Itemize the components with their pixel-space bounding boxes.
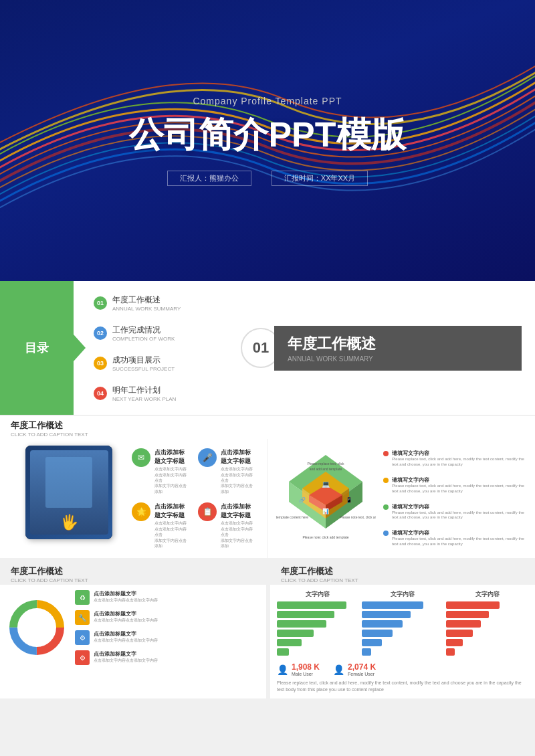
header-title-en: ANNUAL WORK SUMMARY [288, 355, 508, 363]
toc-en: ANNUAL WORK SUMMARY [112, 306, 181, 312]
pie-bar-items: ♻ 点击添加标题文字 点击添加文字内容点击添加文字内容 🔧 点击添加标题文字 点… [75, 590, 259, 665]
col-headers: 文字内容文字内容文字内容 [277, 590, 528, 599]
col-bars-area [277, 601, 528, 656]
col-bar [446, 639, 463, 646]
user-num: 2,074 K [348, 662, 376, 672]
col-bar [446, 611, 489, 618]
svg-text:and template content here: and template content here [276, 515, 308, 519]
pie-bar-title: 点击添加标题文字 [94, 650, 158, 658]
pie-bar-text: 点击添加标题文字 点击添加文字内容点击添加文字内容 [94, 650, 158, 664]
col-bar-group [277, 601, 359, 656]
icon-title: 点击添加标题文字标题 [154, 448, 190, 465]
user-num: 1,908 K [292, 662, 320, 672]
pie-chart [7, 597, 67, 658]
user-stat-content: 1,908 K Male User [292, 662, 320, 676]
toc-text-block: 明年工作计划 NEXT YEAR WORK PLAN [112, 385, 176, 402]
user-stats-area: 👤 1,908 K Male User 👤 2,074 K Female Use… [277, 662, 528, 676]
diamond-bullet [383, 478, 389, 483]
diamond-desc: Please replace text, click and add here,… [392, 510, 531, 521]
icons-grid: ✉ 点击添加标题文字标题 点击添加文字内容点击添加文字内容点击添加文字内容点击添… [126, 446, 262, 551]
icon-box: 🎤 [198, 448, 217, 467]
overview1-title-en: CLICK TO ADD CAPTION TEXT [11, 432, 524, 438]
diamond-desc: Please replace text, click and add here,… [392, 484, 531, 494]
lower-section: 年度工作概述 CLICK TO ADD CAPTION TEXT ♻ 点击 [0, 559, 535, 698]
pie-bar-title: 点击添加标题文字 [94, 590, 158, 597]
diamond-area: 💻 📱 🔗 📊 Please replace text, click and a… [272, 446, 379, 551]
col-bar [446, 630, 472, 637]
content-section: 🖐 ✉ 点击添加标题文字标题 点击添加文字内容点击添加文字内容点击添加文字内容点… [0, 439, 535, 558]
col-header: 文字内容 [446, 590, 528, 599]
diamond-list: 请填写文字内容 Please replace text, click and a… [379, 446, 531, 551]
diamond-title: 请填写文字内容 [392, 503, 531, 510]
svg-text:🔗: 🔗 [299, 496, 306, 503]
icon-cell: 🌟 点击添加标题文字标题 点击添加文字内容点击添加文字内容点击添加文字内容点击添… [129, 500, 193, 551]
hero-title: 公司简介PPT模版 [129, 112, 405, 159]
col-bar-group [362, 601, 444, 656]
toc-green-bar: 目录 [0, 281, 74, 415]
icon-box: ✉ [132, 448, 150, 467]
icon-cell: 📋 点击添加标题文字标题 点击添加文字内容点击添加文字内容点击添加文字内容点击添… [195, 500, 259, 551]
col-bar-group [446, 601, 528, 656]
toc-num: 02 [94, 326, 107, 340]
overview2-title-en: CLICK TO ADD CAPTION TEXT [11, 577, 255, 583]
diamond-svg: 💻 📱 🔗 📊 Please replace text, click and a… [276, 452, 376, 545]
overview1-title-row: 年度工作概述 CLICK TO ADD CAPTION TEXT [0, 415, 535, 439]
header-title-block: 年度工作概述 ANNUAL WORK SUMMARY [274, 326, 522, 371]
pie-bar-item: ⚙ 点击添加标题文字 点击添加文字内容点击添加文字内容 [75, 630, 259, 645]
icon-desc: 点击添加文字内容点击添加文字内容点击添加文字内容点击添加 [154, 521, 190, 549]
toc-item: 02 工作完成情况 COMPLETION OF WORK [94, 324, 221, 342]
toc-zh: 明年工作计划 [112, 385, 176, 396]
pie-bar-text: 点击添加标题文字 点击添加文字内容点击添加文字内容 [94, 630, 158, 644]
icon-desc: 点击添加文字内容点击添加文字内容点击添加文字内容点击添加 [221, 466, 256, 494]
icon-desc: 点击添加文字内容点击添加文字内容点击添加文字内容点击添加 [221, 521, 256, 549]
col-bar [362, 630, 393, 637]
diamond-list-item: 请填写文字内容 Please replace text, click and a… [383, 503, 531, 521]
pie-bar-icon: ⚙ [75, 650, 90, 665]
diamond-title: 请填写文字内容 [392, 529, 531, 537]
user-label: Female User [348, 672, 376, 676]
col-bar [446, 601, 500, 609]
diamond-desc: Please replace text, click and add here,… [392, 457, 531, 468]
icon-text: 点击添加标题文字标题 点击添加文字内容点击添加文字内容点击添加文字内容点击添加 [221, 448, 256, 494]
toc-en: NEXT YEAR WORK PLAN [112, 396, 176, 402]
pie-bar-title: 点击添加标题文字 [94, 610, 158, 618]
pie-bar-desc: 点击添加文字内容点击添加文字内容 [94, 638, 158, 644]
overview3-title-zh: 年度工作概述 [281, 566, 333, 576]
toc-num: 04 [94, 387, 107, 400]
pie-bar-title: 点击添加标题文字 [94, 630, 158, 638]
toc-zh: 成功项目展示 [112, 355, 175, 366]
user-desc: Please replace text, click and add here,… [277, 680, 528, 693]
svg-text:📊: 📊 [322, 508, 329, 514]
toc-item: 01 年度工作概述 ANNUAL WORK SUMMARY [94, 294, 221, 312]
col-bar [277, 620, 326, 628]
diamond-item-content: 请填写文字内容 Please replace text, click and a… [392, 450, 531, 468]
col-bar [277, 611, 334, 618]
pie-bar-item: ♻ 点击添加标题文字 点击添加文字内容点击添加文字内容 [75, 590, 259, 605]
diamond-item-content: 请填写文字内容 Please replace text, click and a… [392, 529, 531, 547]
svg-text:Please note: click add templat: Please note: click add template [302, 535, 348, 539]
diamond-item-content: 请填写文字内容 Please replace text, click and a… [392, 476, 531, 494]
overview1-title-zh: 年度工作概述 [11, 420, 63, 430]
diamond-item-content: 请填写文字内容 Please replace text, click and a… [392, 503, 531, 521]
icon-text: 点击添加标题文字标题 点击添加文字内容点击添加文字内容点击添加文字内容点击添加 [154, 448, 190, 494]
icon-title: 点击添加标题文字标题 [221, 502, 256, 519]
toc-header-section: 目录 01 年度工作概述 ANNUAL WORK SUMMARY 02 工作完成… [0, 281, 535, 415]
header-badge: 01 年度工作概述 ANNUAL WORK SUMMARY [241, 326, 522, 371]
pie-bar-icon: 🔧 [75, 610, 90, 625]
user-stat: 👤 2,074 K Female User [333, 662, 376, 676]
col-bar [277, 601, 346, 609]
col-bar [362, 620, 403, 628]
diamond-list-item: 请填写文字内容 Please replace text, click and a… [383, 529, 531, 547]
col-bar [362, 639, 383, 646]
col-bar [277, 648, 289, 656]
toc-en: COMPLETION OF WORK [112, 336, 175, 342]
user-stat: 👤 1,908 K Male User [277, 662, 320, 676]
toc-text-block: 成功项目展示 SUCCESSFUL PROJECT [112, 355, 175, 372]
toc-num: 03 [94, 357, 107, 370]
tablet-image: 🖐 [25, 446, 112, 539]
pie-area: ♻ 点击添加标题文字 点击添加文字内容点击添加文字内容 🔧 点击添加标题文字 点… [0, 585, 266, 670]
diamond-desc: Please replace text, click and add here,… [392, 537, 531, 547]
icon-box: 📋 [198, 502, 217, 521]
diamond-bullet [383, 451, 389, 456]
user-icon: 👤 [333, 664, 344, 675]
